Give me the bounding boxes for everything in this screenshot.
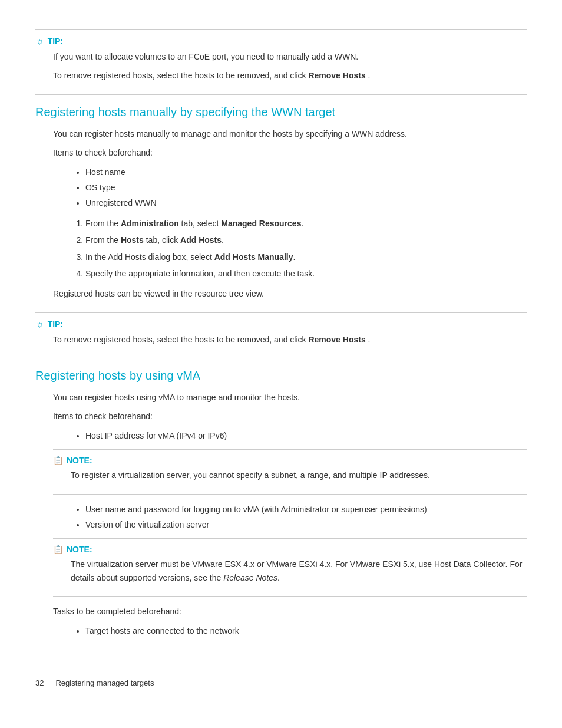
note2-pre: The virtualization server must be VMware…: [71, 559, 522, 582]
section1-heading: Registering hosts manually by specifying…: [35, 106, 527, 119]
section1-items-label: Items to check beforehand:: [53, 146, 527, 159]
tip1-line2-suffix: .: [368, 71, 371, 80]
footer-chapter: Registering managed targets: [55, 678, 154, 687]
tip-box-1: ☼ TIP: If you want to allocate volumes t…: [35, 29, 527, 95]
tip-icon-1: ☼: [35, 36, 44, 47]
tip-label-1: ☼ TIP:: [35, 36, 527, 47]
page-content: ☼ TIP: If you want to allocate volumes t…: [0, 0, 562, 723]
footer-page-number: 32: [35, 678, 44, 687]
step1-bold1: Administration: [121, 219, 179, 228]
step3-bold1: Add Hosts Manually: [214, 252, 293, 262]
bullet-os-type: OS type: [85, 181, 527, 194]
step3-pre: In the Add Hosts dialog box, select: [85, 252, 214, 262]
note2-end: .: [277, 573, 280, 582]
tip1-line1: If you want to allocate volumes to an FC…: [53, 50, 527, 63]
step2-end: .: [222, 235, 224, 245]
tip2-remove-hosts: Remove Hosts: [308, 335, 365, 344]
step-4: Specify the appropriate information, and…: [85, 267, 527, 280]
step-3: In the Add Hosts dialog box, select Add …: [85, 251, 527, 263]
section-1: Registering hosts manually by specifying…: [35, 106, 527, 301]
tip2-suffix: .: [368, 335, 371, 344]
tip-heading-1: TIP:: [48, 37, 63, 46]
tip-box-2: ☼ TIP: To remove registered hosts, selec…: [35, 312, 527, 358]
section-2: Registering hosts by using vMA You can r…: [35, 369, 527, 637]
tip1-remove-hosts: Remove Hosts: [308, 71, 365, 80]
bullet-wwn: Unregistered WWN: [85, 196, 527, 209]
step3-end: .: [293, 252, 296, 262]
step1-mid: tab, select: [179, 219, 222, 228]
note-box-2: 📋 NOTE: The virtualization server must b…: [53, 538, 527, 597]
note-label-2: 📋 NOTE:: [53, 545, 527, 554]
tip-heading-2: TIP:: [48, 319, 63, 329]
note-icon-1: 📋: [53, 456, 63, 465]
note-box-1: 📋 NOTE: To register a virtualization ser…: [53, 449, 527, 494]
note-label-1: 📋 NOTE:: [53, 456, 527, 465]
section2-tasks-label: Tasks to be completed beforehand:: [53, 605, 527, 618]
section1-registered-note: Registered hosts can be viewed in the re…: [53, 287, 527, 300]
tip1-line2: To remove registered hosts, select the h…: [53, 69, 527, 82]
bullet-host-name: Host name: [85, 166, 527, 179]
step2-bold1: Hosts: [121, 235, 144, 245]
section2-items-label: Items to check beforehand:: [53, 410, 527, 423]
note-heading-1: NOTE:: [67, 456, 92, 465]
note1-text: To register a virtualization server, you…: [71, 469, 527, 482]
section2-bullets3: Target hosts are connected to the networ…: [85, 624, 527, 637]
tip-label-2: ☼ TIP:: [35, 319, 527, 330]
section2-bullets1: Host IP address for vMA (IPv4 or IPv6): [85, 429, 527, 442]
note-icon-2: 📋: [53, 545, 63, 554]
section2-intro: You can register hosts using vMA to mana…: [53, 391, 527, 404]
section2-bullets2: User name and password for logging on to…: [85, 503, 527, 532]
section2-heading: Registering hosts by using vMA: [35, 369, 527, 383]
bullet-host-ip: Host IP address for vMA (IPv4 or IPv6): [85, 429, 527, 442]
section1-steps: From the Administration tab, select Mana…: [85, 217, 527, 281]
tip1-line2-text: To remove registered hosts, select the h…: [53, 71, 306, 80]
bullet-target-hosts: Target hosts are connected to the networ…: [85, 624, 527, 637]
step1-end: .: [301, 219, 303, 228]
step2-mid: tab, click: [144, 235, 180, 245]
section1-intro: You can register hosts manually to manag…: [53, 127, 527, 140]
step2-pre: From the: [85, 235, 121, 245]
note2-text: The virtualization server must be VMware…: [71, 558, 527, 584]
tip-icon-2: ☼: [35, 319, 44, 330]
bullet-version: Version of the virtualization server: [85, 518, 527, 531]
bullet-username-password: User name and password for logging on to…: [85, 503, 527, 516]
tip2-text: To remove registered hosts, select the h…: [53, 335, 306, 344]
note-heading-2: NOTE:: [67, 545, 92, 554]
footer: 32 Registering managed targets: [35, 673, 527, 687]
note2-italic: Release Notes: [223, 573, 277, 582]
step-2: From the Hosts tab, click Add Hosts.: [85, 233, 527, 246]
tip2-line: To remove registered hosts, select the h…: [53, 333, 527, 346]
section1-bullets: Host name OS type Unregistered WWN: [85, 166, 527, 210]
step-1: From the Administration tab, select Mana…: [85, 217, 527, 230]
step1-pre: From the: [85, 219, 121, 228]
step2-bold2: Add Hosts: [180, 235, 222, 245]
step1-bold2: Managed Resources: [221, 219, 301, 228]
